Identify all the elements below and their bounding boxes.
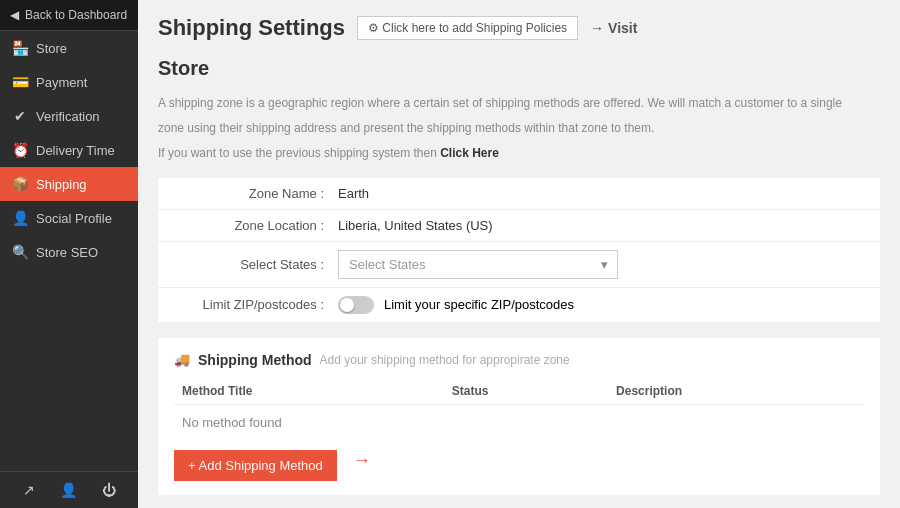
- main-content: Shipping Settings ⚙ Click here to add Sh…: [138, 0, 900, 508]
- col-method-title: Method Title: [174, 378, 444, 405]
- toggle-knob: [340, 298, 354, 312]
- shipping-method-section: 🚚 Shipping Method Add your shipping meth…: [158, 338, 880, 495]
- info-line2: zone using their shipping address and pr…: [158, 119, 880, 138]
- limit-zip-toggle[interactable]: [338, 296, 374, 314]
- shipping-method-header: 🚚 Shipping Method Add your shipping meth…: [174, 352, 864, 368]
- power-icon[interactable]: ⏻: [102, 482, 116, 498]
- zone-location-value: Liberia, United States (US): [338, 218, 493, 233]
- arrow-decoration: →: [353, 450, 371, 471]
- seo-icon: 🔍: [12, 244, 28, 260]
- sidebar-label-shipping: Shipping: [36, 177, 87, 192]
- sidebar-item-store[interactable]: 🏪 Store: [0, 31, 138, 65]
- shipping-method-subtitle: Add your shipping method for appropirate…: [320, 353, 570, 367]
- zone-name-value: Earth: [338, 186, 369, 201]
- shipping-icon: 📦: [12, 176, 28, 192]
- sidebar-label-delivery: Delivery Time: [36, 143, 115, 158]
- visit-store-link[interactable]: → Visit: [590, 20, 637, 36]
- sidebar-item-store-seo[interactable]: 🔍 Store SEO: [0, 235, 138, 269]
- add-shipping-method-button[interactable]: + Add Shipping Method: [174, 450, 337, 481]
- visit-label: Visit: [608, 20, 637, 36]
- zone-name-row: Zone Name : Earth: [158, 178, 880, 209]
- sidebar-label-verification: Verification: [36, 109, 100, 124]
- form-section: Zone Name : Earth Zone Location : Liberi…: [158, 178, 880, 322]
- sidebar-item-payment[interactable]: 💳 Payment: [0, 65, 138, 99]
- store-subtitle: Store: [158, 57, 880, 80]
- user-icon[interactable]: 👤: [60, 482, 77, 498]
- page-title: Shipping Settings: [158, 15, 345, 41]
- table-row: No method found: [174, 404, 864, 440]
- add-method-row: + Add Shipping Method →: [174, 440, 864, 481]
- method-table: Method Title Status Description No metho…: [174, 378, 864, 440]
- col-status: Status: [444, 378, 608, 405]
- sidebar-label-store: Store: [36, 41, 67, 56]
- sidebar-item-verification[interactable]: ✔ Verification: [0, 99, 138, 133]
- select-states-wrapper: Select States ▾: [338, 250, 618, 279]
- no-method-text: No method found: [174, 404, 864, 440]
- zone-location-row: Zone Location : Liberia, United States (…: [158, 210, 880, 241]
- back-icon: ◀: [10, 8, 19, 22]
- select-states-label: Select States :: [178, 257, 338, 272]
- sidebar: ◀ Back to Dashboard 🏪 Store 💳 Payment ✔ …: [0, 0, 138, 508]
- page-header: Shipping Settings ⚙ Click here to add Sh…: [158, 15, 880, 41]
- shipping-method-icon: 🚚: [174, 352, 190, 367]
- sidebar-label-payment: Payment: [36, 75, 87, 90]
- external-link-icon[interactable]: ↗: [23, 482, 35, 498]
- zone-location-label: Zone Location :: [178, 218, 338, 233]
- sidebar-bottom: ↗ 👤 ⏻: [0, 471, 138, 508]
- payment-icon: 💳: [12, 74, 28, 90]
- limit-zip-toggle-row: Limit your specific ZIP/postcodes: [338, 296, 574, 314]
- shipping-method-title: Shipping Method: [198, 352, 312, 368]
- back-label: Back to Dashboard: [25, 8, 127, 22]
- click-here-link[interactable]: Click Here: [440, 146, 499, 160]
- visit-arrow: →: [590, 20, 604, 36]
- sidebar-item-shipping[interactable]: 📦 Shipping: [0, 167, 138, 201]
- limit-zip-label: Limit ZIP/postcodes :: [178, 297, 338, 312]
- sidebar-item-social-profile[interactable]: 👤 Social Profile: [0, 201, 138, 235]
- select-states-input[interactable]: Select States: [338, 250, 618, 279]
- social-icon: 👤: [12, 210, 28, 226]
- sidebar-label-seo: Store SEO: [36, 245, 98, 260]
- col-description: Description: [608, 378, 864, 405]
- add-policy-button[interactable]: ⚙ Click here to add Shipping Policies: [357, 16, 578, 40]
- delivery-icon: ⏰: [12, 142, 28, 158]
- sidebar-item-delivery-time[interactable]: ⏰ Delivery Time: [0, 133, 138, 167]
- sidebar-label-social: Social Profile: [36, 211, 112, 226]
- limit-zip-row: Limit ZIP/postcodes : Limit your specifi…: [158, 288, 880, 322]
- select-states-row: Select States : Select States ▾: [158, 242, 880, 287]
- back-to-dashboard[interactable]: ◀ Back to Dashboard: [0, 0, 138, 31]
- verification-icon: ✔: [12, 108, 28, 124]
- info-click-here: If you want to use the previous shipping…: [158, 144, 880, 163]
- info-line1: A shipping zone is a geographic region w…: [158, 94, 880, 113]
- zone-name-label: Zone Name :: [178, 186, 338, 201]
- store-icon: 🏪: [12, 40, 28, 56]
- limit-zip-text: Limit your specific ZIP/postcodes: [384, 297, 574, 312]
- table-header-row: Method Title Status Description: [174, 378, 864, 405]
